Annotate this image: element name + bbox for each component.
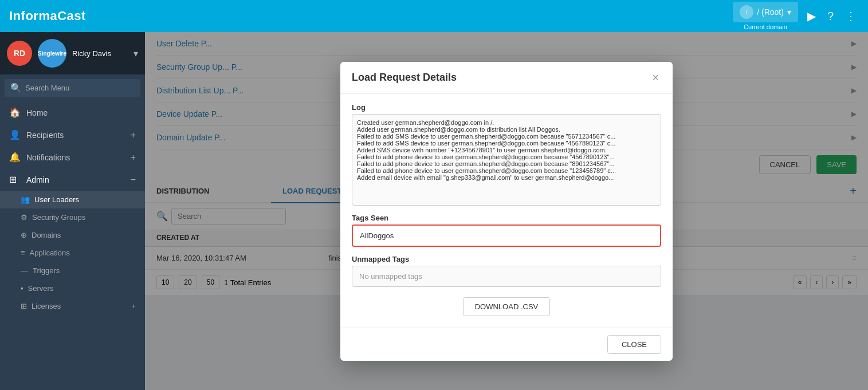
send-icon[interactable]: ▶ (805, 7, 818, 25)
expand-icon[interactable]: + (131, 130, 136, 140)
modal-header: Load Request Details × (340, 62, 673, 94)
menu-icon[interactable]: ⋮ (843, 7, 859, 25)
modal-title: Load Request Details (352, 72, 457, 84)
licenses-icon: ⊞ (21, 302, 27, 310)
sub-nav-label: Servers (28, 284, 54, 293)
security-groups-icon: ⚙ (21, 213, 28, 222)
download-csv-button[interactable]: DOWNLOAD .CSV (463, 297, 551, 316)
avatar: RD (7, 41, 32, 66)
sub-nav-label: Domains (32, 231, 61, 239)
modal-download-row: DOWNLOAD .CSV (352, 295, 661, 318)
home-icon: 🏠 (9, 107, 21, 118)
sidebar-item-domains[interactable]: ⊕ Domains (0, 226, 145, 244)
domains-icon: ⊕ (21, 231, 27, 239)
domain-label: / (Root) (757, 7, 784, 17)
domain-icon: / (740, 5, 753, 19)
topbar-right: / / (Root) ▾ Current domain ▶ ? ⋮ (733, 2, 859, 30)
help-icon[interactable]: ? (825, 7, 836, 25)
collapse-icon[interactable]: − (131, 175, 136, 185)
log-section: Log Created user german.shepherd@doggo.c… (352, 103, 661, 206)
log-line: Added email device with email "g.shep333… (357, 174, 656, 181)
log-line: Failed to add SMS device to user german.… (357, 133, 656, 140)
sidebar-item-triggers[interactable]: — Triggers (0, 262, 145, 279)
modal-close-button[interactable]: × (650, 71, 661, 84)
unmapped-tags-value: No unmapped tags (352, 266, 661, 287)
user-menu-icon[interactable]: ▾ (133, 48, 138, 59)
user-card: RD Singlewire Ricky Davis ▾ (0, 32, 145, 74)
expand-icon[interactable]: + (131, 152, 136, 163)
user-loaders-icon: 👥 (21, 195, 30, 204)
sidebar-item-admin[interactable]: ⊞ Admin − (0, 168, 145, 191)
log-line: Failed to add phone device to user germa… (357, 153, 656, 160)
search-icon: 🔍 (10, 82, 22, 93)
log-line: Added SMS device with number "+123456789… (357, 147, 656, 153)
sidebar-item-home[interactable]: 🏠 Home (0, 101, 145, 124)
applications-icon: ≡ (21, 249, 25, 257)
topbar: InformaCast / / (Root) ▾ Current domain … (0, 0, 868, 32)
log-line: Added user german.shepherd@doggo.com to … (357, 126, 656, 133)
recipients-icon: 👤 (9, 129, 21, 140)
sub-nav-label: User Loaders (34, 195, 79, 204)
sidebar-item-label: Admin (26, 175, 49, 184)
content-area: User Delete P... ▶ Security Group Up... … (145, 32, 868, 390)
singlewire-logo: Singlewire (38, 39, 66, 68)
modal-footer: CLOSE (340, 328, 673, 361)
sub-nav-label: Licenses (32, 302, 61, 310)
tags-seen-label: Tags Seen (352, 214, 661, 222)
modal-body: Log Created user german.shepherd@doggo.c… (340, 94, 673, 328)
search-box: 🔍 (5, 79, 140, 97)
admin-icon: ⊞ (9, 174, 21, 185)
log-content-box[interactable]: Created user german.shepherd@doggo.com i… (352, 114, 661, 206)
chevron-down-icon: ▾ (787, 7, 791, 17)
sub-nav-label: Applications (30, 249, 70, 257)
sidebar-item-licenses[interactable]: ⊞ Licenses + (0, 297, 145, 315)
modal-dialog: Load Request Details × Log Created user … (340, 62, 673, 361)
log-line: Created user german.shepherd@doggo.com i… (357, 119, 656, 126)
sidebar-item-label: Notifications (26, 153, 70, 162)
modal-overlay[interactable]: Load Request Details × Log Created user … (145, 32, 868, 390)
unmapped-tags-label: Unmapped Tags (352, 255, 661, 263)
servers-icon: ▪ (21, 284, 23, 293)
tags-seen-value: AllDoggos (352, 224, 661, 247)
notifications-icon: 🔔 (9, 152, 21, 163)
sidebar-item-security-groups[interactable]: ⚙ Security Groups (0, 208, 145, 226)
sub-nav-label: Triggers (33, 266, 60, 275)
main-layout: RD Singlewire Ricky Davis ▾ 🔍 🏠 Home 👤 R… (0, 32, 868, 390)
licenses-expand-icon[interactable]: + (131, 302, 136, 310)
log-line: Failed to add phone device to user germa… (357, 167, 656, 174)
user-name: Ricky Davis (72, 49, 111, 58)
sidebar-item-label: Home (26, 108, 48, 117)
sidebar: RD Singlewire Ricky Davis ▾ 🔍 🏠 Home 👤 R… (0, 32, 145, 390)
sidebar-item-applications[interactable]: ≡ Applications (0, 244, 145, 262)
search-input[interactable] (25, 84, 135, 92)
sidebar-item-user-loaders[interactable]: 👥 User Loaders (0, 191, 145, 208)
tags-seen-section: Tags Seen AllDoggos (352, 214, 661, 247)
app-logo: InformaCast (9, 9, 86, 23)
sub-nav-label: Security Groups (32, 213, 85, 222)
sidebar-item-recipients[interactable]: 👤 Recipients + (0, 124, 145, 146)
sidebar-item-notifications[interactable]: 🔔 Notifications + (0, 146, 145, 168)
log-label: Log (352, 103, 661, 112)
current-domain-text: Current domain (744, 23, 787, 30)
close-button[interactable]: CLOSE (607, 335, 661, 354)
log-line: Failed to add SMS device to user german.… (357, 140, 656, 147)
domain-selector[interactable]: / / (Root) ▾ Current domain (733, 2, 798, 30)
domain-button[interactable]: / / (Root) ▾ (733, 2, 798, 22)
unmapped-tags-section: Unmapped Tags No unmapped tags (352, 255, 661, 287)
triggers-icon: — (21, 266, 28, 275)
sidebar-item-servers[interactable]: ▪ Servers (0, 279, 145, 297)
sidebar-item-label: Recipients (26, 131, 64, 140)
log-line: Failed to add phone device to user germa… (357, 160, 656, 167)
